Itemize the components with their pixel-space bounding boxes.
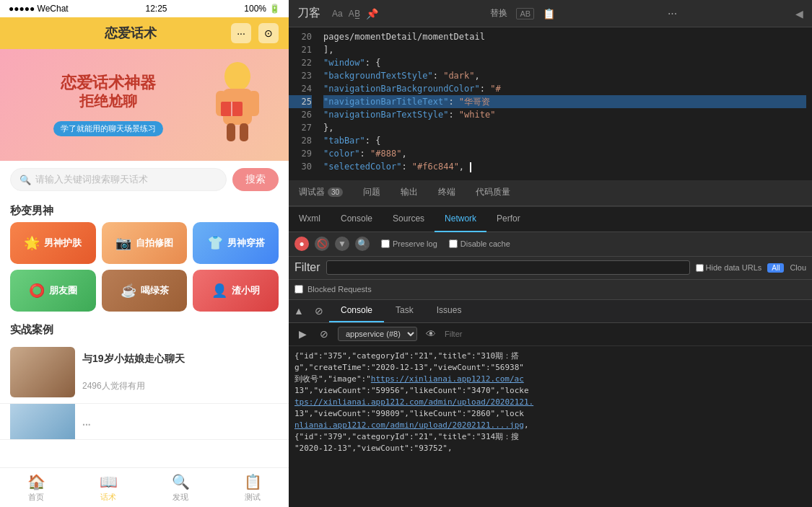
console-line-1: g","createTime":"2020-12-13","viewCount"… [294, 362, 806, 374]
grid-btn-5[interactable]: 👤 渣小明 [193, 270, 279, 312]
nav-home[interactable]: 🏠 首页 [0, 468, 72, 507]
editor-pin[interactable]: 📌 [366, 8, 378, 19]
tab-debugger[interactable]: 调试器 30 [289, 180, 353, 206]
grid-row-1: 🌟 男神护肤 📷 自拍修图 👕 男神穿搭 [0, 222, 289, 270]
console-link-1[interactable]: tps://xinlianai.app1212.com/admin/upload… [294, 397, 533, 407]
header-icons: ··· ⊙ [231, 23, 279, 43]
preserve-log-group: Preserve log [381, 239, 437, 248]
appservice-select[interactable]: appservice (#8) [338, 327, 417, 341]
case-thumb-0 [10, 347, 75, 397]
editor-ab[interactable]: AB̲ [349, 9, 360, 19]
record-button[interactable]: ● [294, 237, 309, 251]
line-num-20: 20 [289, 30, 312, 43]
banner-subtitle-big: 拒绝尬聊 [12, 92, 205, 110]
disable-cache-checkbox[interactable] [449, 239, 458, 248]
more-icon: ··· [237, 27, 245, 39]
tab-output-label: 输出 [401, 186, 418, 198]
grid-icon-5: 👤 [211, 283, 227, 299]
phone-panel: ●●●●● WeChat 12:25 100% 🔋 恋爱话术 ··· ⊙ 恋爱话… [0, 0, 289, 507]
grid-icon-3: ⭕ [29, 283, 45, 299]
tab-network[interactable]: Network [435, 206, 486, 232]
tab-quality-label: 代码质量 [476, 186, 510, 198]
code-line-21: ], [323, 43, 806, 56]
code-area: 20 21 22 23 24 25 26 27 28 29 30 pages/m… [289, 27, 812, 180]
console-stop-btn[interactable]: ⊘ [316, 326, 332, 342]
all-badge[interactable]: All [767, 263, 784, 273]
app-header: 恋爱话术 ··· ⊙ [0, 17, 289, 49]
tab-wxml-label: Wxml [299, 213, 320, 224]
bottom-expand-icon[interactable]: ▲ [289, 299, 309, 322]
console-link-0[interactable]: https://xinlianai.app1212.com/ac [371, 374, 524, 384]
filter-toggle-button[interactable]: ▼ [335, 237, 349, 251]
code-line-28: "tabBar": { [323, 134, 806, 147]
blocked-row: Blocked Requests [289, 280, 812, 300]
bottom-tab-console[interactable]: Console [329, 299, 384, 322]
code-line-22: "window": { [323, 56, 806, 69]
grid-btn-3[interactable]: ⭕ 朋友圈 [10, 270, 96, 312]
console-filter-input[interactable] [445, 330, 806, 338]
camera-button[interactable]: ⊙ [258, 23, 279, 43]
grid-btn-2[interactable]: 👕 男神穿搭 [193, 222, 279, 264]
search-icon: 🔍 [19, 175, 31, 185]
console-link-2[interactable]: nlianai.app1212.com/admin/upload/2020212… [294, 420, 524, 430]
nav-test[interactable]: 📋 测试 [217, 468, 289, 507]
tab-output[interactable]: 输出 [390, 180, 428, 206]
tab-problems[interactable]: 问题 [353, 180, 390, 206]
grid-btn-4[interactable]: ☕ 喝绿茶 [102, 270, 188, 312]
blocked-checkbox[interactable] [294, 285, 303, 294]
replace-ab[interactable]: AB [516, 8, 534, 19]
clear-button[interactable]: 🚫 [315, 237, 329, 251]
case-item-0[interactable]: 与19岁小姑娘走心聊天 2496人觉得有用 [0, 341, 289, 404]
tool-group-left: 刀客 Aa AB̲ 📌 [297, 6, 378, 21]
grid-btn-0[interactable]: 🌟 男神护肤 [10, 222, 96, 264]
case-item-1[interactable]: ... [0, 404, 289, 440]
line-num-26: 26 [289, 108, 312, 121]
tab-quality[interactable]: 代码质量 [466, 180, 520, 206]
search-button[interactable]: 搜索 [232, 168, 279, 191]
bottom-stop-icon[interactable]: ⊘ [309, 299, 329, 322]
tab-terminal[interactable]: 终端 [428, 180, 466, 206]
case-count-0: 2496人觉得有用 [82, 380, 279, 392]
replace-icon[interactable]: 📋 [543, 8, 555, 19]
status-left: ●●●●● WeChat [9, 4, 69, 14]
banner-tag: 学了就能用的聊天场景练习 [53, 121, 163, 136]
hide-data-urls-checkbox[interactable] [696, 264, 704, 272]
tab-console-label: Console [341, 213, 372, 224]
more-editor-btn[interactable]: ··· [668, 7, 677, 20]
inner-tabs: Wxml Console Sources Network Perfor [289, 206, 812, 232]
console-line-8: "2020-12-13","viewCount":"93752", [294, 443, 806, 454]
bottom-tab-task[interactable]: Task [384, 299, 425, 322]
search-network-button[interactable]: 🔍 [355, 237, 370, 251]
grid-row-2: ⭕ 朋友圈 ☕ 喝绿茶 👤 渣小明 [0, 270, 289, 317]
camera-icon: ⊙ [264, 27, 273, 39]
time-text: 12:25 [145, 4, 167, 14]
status-right: 100% 🔋 [244, 4, 280, 14]
bottom-tab-task-label: Task [396, 305, 414, 315]
section-cases: 实战案例 [0, 317, 289, 341]
grid-icon-2: 👕 [207, 235, 223, 251]
carrier-text: ●●●●● WeChat [9, 4, 69, 14]
search-input-wrap[interactable]: 🔍 请输入关键词搜索聊天话术 [10, 168, 227, 191]
console-expand-btn[interactable]: ▶ [294, 326, 310, 342]
code-line-30: "selectedColor": "#f6c844", [323, 160, 806, 173]
tab-perfor[interactable]: Perfor [486, 206, 531, 232]
expand-icon[interactable]: ◀ [795, 8, 803, 19]
grid-btn-1[interactable]: 📷 自拍修图 [102, 222, 188, 264]
cursor [470, 162, 471, 172]
devtools-panel: 刀客 Aa AB̲ 📌 替换 AB 📋 ··· ◀ 20 21 22 23 24… [289, 0, 812, 507]
more-button[interactable]: ··· [231, 23, 251, 43]
nav-huashu[interactable]: 📖 话术 [72, 468, 144, 507]
filter-input[interactable] [326, 260, 690, 275]
cloud-label: Clou [790, 263, 806, 272]
nav-discover[interactable]: 🔍 发现 [144, 468, 217, 507]
preserve-log-checkbox[interactable] [381, 239, 390, 248]
grid-icon-4: ☕ [121, 283, 136, 299]
bottom-tab-issues[interactable]: Issues [425, 299, 473, 322]
test-icon: 📋 [244, 473, 262, 490]
tab-console[interactable]: Console [331, 206, 383, 232]
console-line-4: tps://xinlianai.app1212.com/admin/upload… [294, 397, 806, 408]
tab-wxml[interactable]: Wxml [289, 206, 331, 232]
tab-sources[interactable]: Sources [383, 206, 435, 232]
editor-aa[interactable]: Aa [332, 9, 343, 19]
eye-btn[interactable]: 👁 [423, 326, 439, 342]
